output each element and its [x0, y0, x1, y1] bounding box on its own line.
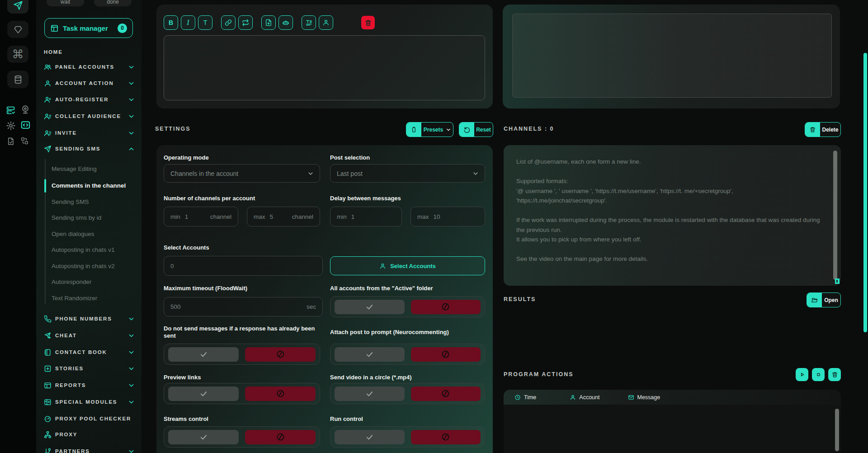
- channels-min-input[interactable]: min 1 channel: [164, 207, 238, 226]
- toggle-no-option[interactable]: [245, 347, 316, 362]
- column-message[interactable]: Message: [628, 394, 660, 401]
- task-manager-button[interactable]: Task manager 0: [44, 18, 133, 38]
- toggle-yes-option[interactable]: [168, 347, 239, 362]
- sidebar-item-proxy-pool-checker[interactable]: PROXY POOL CHECKER: [44, 413, 137, 424]
- open-results-button[interactable]: Open: [807, 293, 841, 307]
- reset-button[interactable]: Reset: [459, 122, 493, 137]
- toggle-yes-option[interactable]: [168, 430, 239, 444]
- rail-server-check-button[interactable]: [6, 105, 16, 115]
- column-account[interactable]: Account: [570, 394, 599, 401]
- submenu-comments-in-channel[interactable]: Comments in the channel: [52, 180, 138, 191]
- submenu-sending-sms-by-id[interactable]: Sending sms by id: [52, 212, 138, 223]
- toggle-no-option[interactable]: [411, 300, 481, 314]
- sidebar-item-invite[interactable]: INVITE: [44, 127, 137, 138]
- sidebar-item-collect-audience[interactable]: COLLECT AUDIENCE: [44, 111, 137, 122]
- attach-file-button[interactable]: [261, 15, 276, 30]
- sidebar-item-home[interactable]: HOME: [44, 47, 137, 57]
- italic-button[interactable]: I: [181, 15, 195, 30]
- rail-database-button[interactable]: [7, 71, 28, 88]
- select-accounts-input[interactable]: 0: [164, 256, 323, 276]
- done-tab[interactable]: done: [94, 0, 132, 6]
- select-accounts-button[interactable]: Select Accounts: [330, 256, 485, 275]
- sidebar-item-stories[interactable]: STORIES: [44, 363, 137, 374]
- message-editor-panel: B I T: [156, 5, 493, 109]
- link-button[interactable]: [221, 15, 236, 30]
- column-time[interactable]: Time: [514, 394, 536, 401]
- chevron-down-icon: [128, 448, 134, 453]
- toggle-yes-option[interactable]: [168, 387, 239, 401]
- rail-code-window-button[interactable]: [20, 120, 31, 130]
- start-button[interactable]: [796, 368, 808, 381]
- delete-channels-button[interactable]: Delete: [805, 122, 841, 137]
- item-label: PROXY POOL CHECKER: [55, 416, 131, 421]
- delay-min-input[interactable]: min 1: [330, 207, 402, 226]
- rail-command-button[interactable]: ⌘: [7, 46, 28, 63]
- submenu-text-randomizer[interactable]: Text Randomizer: [52, 293, 138, 303]
- channels-scrollbar[interactable]: [833, 151, 837, 280]
- toggle-yes-option[interactable]: [335, 300, 405, 314]
- toggle-no-option[interactable]: [245, 387, 316, 401]
- mention-button[interactable]: [319, 15, 333, 30]
- sidebar-item-account-action[interactable]: ACCOUNT ACTION: [44, 78, 137, 89]
- toggle-no-option[interactable]: [411, 347, 481, 362]
- sidebar-item-cheat[interactable]: CHEAT: [44, 330, 137, 341]
- operating-mode-value: Channels in the account: [170, 170, 238, 177]
- page-scrollbar[interactable]: [863, 53, 867, 332]
- channels-max-input[interactable]: max 5 channel: [247, 207, 320, 226]
- sidebar-item-partners[interactable]: PARTNERS: [44, 446, 137, 453]
- sidebar-item-panel-accounts[interactable]: PANEL ACCOUNTS: [44, 61, 137, 72]
- chevron-up-icon: [128, 146, 134, 152]
- no-resend-label: Do not send messages if a response has a…: [164, 325, 317, 340]
- deny-icon: [441, 389, 450, 398]
- title-button[interactable]: T: [198, 15, 212, 30]
- clear-actions-button[interactable]: [828, 368, 841, 381]
- sidebar-item-proxy[interactable]: PROXY: [44, 429, 137, 440]
- submenu-open-dialogues[interactable]: Open dialogues: [52, 228, 138, 239]
- submenu-sending-sms[interactable]: Sending SMS: [52, 196, 138, 207]
- presets-button[interactable]: Presets: [406, 122, 453, 137]
- delay-max-input[interactable]: max 10: [410, 207, 485, 226]
- sidebar-item-sending-sms[interactable]: SENDING SMS: [44, 143, 137, 154]
- sidebar-item-phone-numbers[interactable]: PHONE NUMBERS: [44, 313, 137, 324]
- plus-square-icon: [44, 365, 52, 373]
- channels-resize-handle[interactable]: [835, 278, 840, 284]
- wait-tab[interactable]: wait: [47, 0, 84, 6]
- rail-diamond-button[interactable]: [7, 21, 28, 38]
- stop-button[interactable]: [812, 368, 825, 381]
- post-selection-select[interactable]: Last post: [330, 164, 485, 183]
- sidebar-item-auto-register[interactable]: AUTO-REGISTER: [44, 94, 137, 105]
- submenu-autoposting-v1[interactable]: Autoposting in chats v1: [52, 244, 138, 255]
- bold-button[interactable]: B: [164, 15, 178, 30]
- sidebar-item-reports[interactable]: REPORTS: [44, 380, 137, 391]
- repost-button[interactable]: [238, 15, 253, 30]
- toggle-yes-option[interactable]: [335, 430, 405, 444]
- sidebar-item-special-modules[interactable]: SPECIAL MODULES: [44, 396, 137, 407]
- rail-swap-button[interactable]: [20, 137, 29, 145]
- channels-textarea[interactable]: List of @username, each one form a new l…: [504, 145, 841, 286]
- rail-doc-check-button[interactable]: [6, 137, 15, 146]
- reset-icon: [463, 126, 471, 133]
- submenu-label: Sending sms by id: [52, 214, 101, 221]
- submenu-message-editing[interactable]: Message Editing: [52, 163, 138, 174]
- submenu-autoposting-v2[interactable]: Autoposting in chats v2: [52, 260, 138, 271]
- max-timeout-input[interactable]: 500 sec: [164, 297, 323, 316]
- toggle-no-option[interactable]: [411, 387, 481, 401]
- submenu-autoresponder[interactable]: Autoresponder: [52, 276, 138, 287]
- rail-settings-button[interactable]: [6, 121, 16, 131]
- preview-box[interactable]: [512, 14, 832, 98]
- diamond-icon: [13, 24, 23, 34]
- message-textarea[interactable]: [164, 35, 485, 100]
- toggle-yes-option[interactable]: [335, 387, 405, 401]
- delete-message-button[interactable]: [361, 16, 375, 29]
- rail-send-button[interactable]: [7, 0, 28, 14]
- operating-mode-select[interactable]: Channels in the account: [164, 164, 320, 183]
- toggle-yes-option[interactable]: [335, 347, 405, 362]
- rail-webcam-button[interactable]: [20, 104, 30, 114]
- bot-button[interactable]: [278, 15, 293, 30]
- submenu-label: Open dialogues: [52, 231, 94, 237]
- toggle-no-option[interactable]: [245, 430, 316, 444]
- sidebar-item-contact-book[interactable]: CONTACT BOOK: [44, 347, 137, 358]
- toggle-no-option[interactable]: [411, 430, 481, 444]
- text-template-button[interactable]: [302, 15, 316, 30]
- table-scrollbar[interactable]: [835, 409, 839, 451]
